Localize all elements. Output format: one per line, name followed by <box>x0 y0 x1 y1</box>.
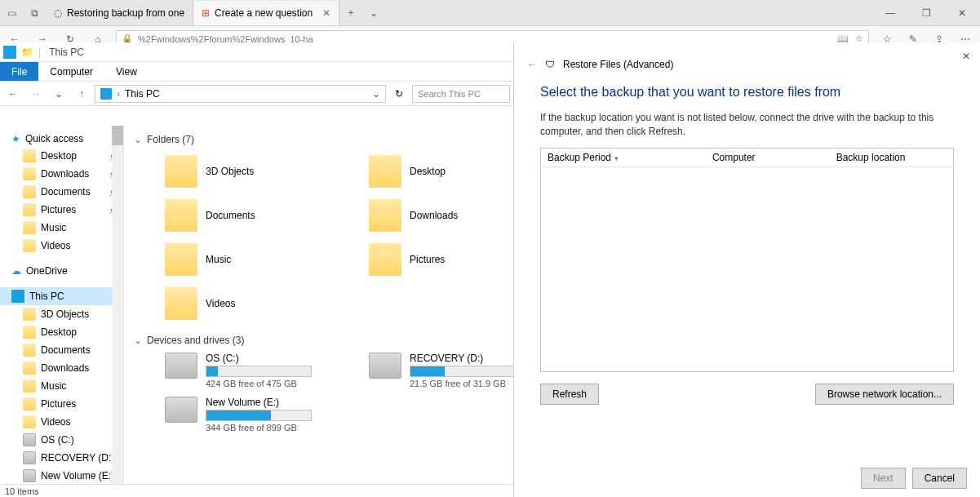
nav-folder-item[interactable]: Music <box>0 377 123 395</box>
folder-item[interactable]: Downloads <box>369 196 513 235</box>
folder-item[interactable]: 3D Objects <box>165 152 361 191</box>
dialog-hint: If the backup location you want is not l… <box>540 111 954 140</box>
nav-drive-item[interactable]: OS (C:) <box>0 431 123 449</box>
col-backup-period: Backup Period▾ <box>541 148 706 166</box>
nav-recent-icon[interactable]: ⌄ <box>49 88 69 100</box>
nav-drive-item[interactable]: RECOVERY (D:) <box>0 449 123 467</box>
capacity-bar <box>410 366 513 377</box>
explorer-ribbon: File Computer View <box>0 62 513 82</box>
dialog-close-icon[interactable]: ✕ <box>962 51 970 62</box>
folder-item[interactable]: Videos <box>165 284 361 323</box>
breadcrumb-dropdown-icon[interactable]: ⌄ <box>372 88 380 100</box>
qat-divider: | <box>38 47 41 58</box>
restore-icon: 🛡 <box>545 59 555 70</box>
folder-item[interactable]: Music <box>165 240 361 279</box>
folder-icon <box>369 243 401 276</box>
folder-icon <box>23 344 36 357</box>
window-title: This PC <box>49 47 84 58</box>
cloud-icon: ☁ <box>11 265 21 277</box>
nav-quick-access[interactable]: ★ Quick access <box>0 131 123 147</box>
tab-menu-button[interactable]: ⌄ <box>362 2 385 24</box>
nav-drive-item[interactable]: New Volume (E:) <box>0 467 123 484</box>
site-icon: ◌ <box>54 7 62 19</box>
drive-item[interactable]: New Volume (E:)344 GB free of 899 GB <box>165 397 361 433</box>
folders-section-header[interactable]: ⌄ Folders (7) <box>124 131 513 149</box>
browse-network-button[interactable]: Browse network location... <box>815 384 954 405</box>
ribbon-file-tab[interactable]: File <box>0 62 38 81</box>
nav-quick-item[interactable]: Videos <box>0 237 123 255</box>
folder-icon <box>23 149 36 162</box>
nav-folder-item[interactable]: Documents <box>0 341 123 359</box>
folder-icon <box>23 185 36 198</box>
cancel-button[interactable]: Cancel <box>912 468 967 489</box>
this-pc-icon <box>11 290 24 303</box>
tab-grid-icon[interactable]: ⧉ <box>23 2 46 24</box>
nav-quick-item[interactable]: Pictures📌 <box>0 201 123 219</box>
drive-icon <box>165 397 197 423</box>
nav-up-icon[interactable]: ↑ <box>72 88 91 100</box>
refresh-button[interactable]: Refresh <box>540 384 599 405</box>
folder-item[interactable]: Desktop <box>369 152 513 191</box>
col-computer: Computer <box>706 148 830 166</box>
tab-title: Create a new question <box>215 7 313 19</box>
dialog-back-icon[interactable]: ← <box>527 59 537 70</box>
browser-tab[interactable]: ⊞ Create a new question ✕ <box>193 1 339 25</box>
backup-table[interactable]: Backup Period▾ Computer Backup location <box>540 148 954 372</box>
folder-icon <box>23 326 36 339</box>
close-tab-icon[interactable]: ✕ <box>322 7 330 19</box>
browser-tab[interactable]: ◌ Restoring backup from one <box>46 1 193 25</box>
site-icon: ⊞ <box>202 7 210 19</box>
nav-folder-item[interactable]: 3D Objects <box>0 305 123 323</box>
devices-section-header[interactable]: ⌄ Devices and drives (3) <box>124 331 513 349</box>
folder-icon <box>369 199 401 232</box>
window-close-button[interactable]: ✕ <box>944 2 980 24</box>
qat-folder-icon[interactable]: 📁 <box>21 47 33 58</box>
explorer-title-bar: 📁 | This PC <box>0 42 513 62</box>
new-tab-button[interactable]: ＋ <box>339 2 362 24</box>
explorer-address-row: ← → ⌄ ↑ › This PC ⌄ ↻ Search This PC <box>0 82 513 106</box>
nav-scrollbar[interactable] <box>112 126 123 484</box>
nav-folder-item[interactable]: Desktop <box>0 323 123 341</box>
nav-this-pc[interactable]: This PC <box>0 287 123 305</box>
folder-item[interactable]: Documents <box>165 196 361 235</box>
refresh-icon[interactable]: ↻ <box>389 88 409 100</box>
nav-folder-item[interactable]: Downloads <box>0 359 123 377</box>
drive-item[interactable]: OS (C:)424 GB free of 475 GB <box>165 353 361 388</box>
folder-icon <box>165 287 197 320</box>
dropdown-icon[interactable]: ▾ <box>614 154 619 162</box>
next-button: Next <box>861 468 906 489</box>
ribbon-view-tab[interactable]: View <box>104 62 149 81</box>
ribbon-computer-tab[interactable]: Computer <box>38 62 104 81</box>
drive-icon <box>23 451 36 464</box>
nav-onedrive[interactable]: ☁ OneDrive <box>0 263 123 279</box>
nav-folder-item[interactable]: Videos <box>0 413 123 431</box>
explorer-status-bar: 10 items <box>0 484 513 497</box>
col-backup-location: Backup location <box>830 148 954 166</box>
nav-quick-item[interactable]: Downloads📌 <box>0 165 123 183</box>
dialog-heading: Select the backup that you want to resto… <box>540 85 954 100</box>
nav-quick-item[interactable]: Desktop📌 <box>0 147 123 165</box>
folder-item[interactable]: Pictures <box>369 240 513 279</box>
drive-item[interactable]: RECOVERY (D:)21.5 GB free of 31.9 GB <box>369 353 513 388</box>
nav-folder-item[interactable]: Pictures <box>0 395 123 413</box>
nav-quick-item[interactable]: Documents📌 <box>0 183 123 201</box>
content-pane: ⌄ Folders (7) 3D ObjectsDesktopDocuments… <box>124 126 513 484</box>
folder-icon <box>23 379 36 393</box>
capacity-bar <box>206 366 312 377</box>
tab-preview-icon[interactable]: ▭ <box>0 2 23 24</box>
folder-icon <box>165 199 197 232</box>
nav-back-icon[interactable]: ← <box>3 88 23 100</box>
breadcrumb-item[interactable]: This PC <box>125 88 160 100</box>
tab-title: Restoring backup from one <box>67 7 184 19</box>
breadcrumb[interactable]: › This PC ⌄ <box>95 85 386 103</box>
folder-icon <box>23 167 36 180</box>
folder-icon <box>165 155 197 188</box>
browser-tab-strip: ▭ ⧉ ◌ Restoring backup from one ⊞ Create… <box>0 0 980 26</box>
nav-quick-item[interactable]: Music <box>0 219 123 237</box>
nav-forward-icon[interactable]: → <box>26 88 46 100</box>
navigation-pane: ★ Quick access Desktop📌Downloads📌Documen… <box>0 126 124 484</box>
window-restore-button[interactable]: ❐ <box>908 2 944 24</box>
explorer-search-input[interactable]: Search This PC <box>412 85 510 103</box>
capacity-bar <box>206 410 312 421</box>
window-minimize-button[interactable]: — <box>872 2 908 24</box>
